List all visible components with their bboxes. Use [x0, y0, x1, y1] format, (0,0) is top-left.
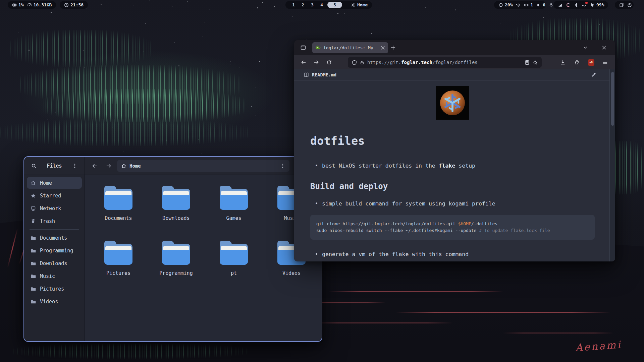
list-all-tabs-button[interactable] [580, 43, 590, 53]
folder-pictures[interactable]: Pictures [90, 240, 147, 295]
notification-wave-indicator[interactable] [582, 3, 587, 7]
app-indicator-indicator[interactable] [566, 3, 571, 7]
files-headerbar-left: Files [24, 157, 85, 175]
files-headerbar: Files Home [24, 157, 322, 175]
network-signal-indicator[interactable] [558, 3, 562, 7]
sidebar-item-label: Programming [40, 248, 73, 254]
wifi-icon [516, 3, 521, 7]
battery-indicator[interactable]: 1 [524, 2, 533, 7]
sidebar-menu-button[interactable] [69, 160, 80, 172]
sidebar-item-music[interactable]: Music [27, 270, 82, 282]
top-status-bar: 1%10.31GB 21:58 12345 Home 20%10 99% [0, 0, 644, 9]
arrow-right-icon [314, 60, 319, 65]
trash-icon [31, 219, 36, 224]
arrow-left-icon [92, 163, 97, 169]
lock-icon[interactable] [360, 60, 364, 65]
scrollbar-track[interactable] [609, 69, 615, 261]
firefox-view-button[interactable] [298, 43, 308, 53]
brightness-indicator[interactable]: 20% [498, 2, 513, 7]
sidebar-item-starred[interactable]: Starred [27, 190, 82, 201]
nav-back-button[interactable] [298, 57, 309, 68]
path-bar[interactable]: Home [117, 160, 289, 172]
system-tray-pill: 99% [553, 1, 608, 9]
firefox-view-icon [300, 45, 306, 51]
sidebar-item-label: Home [40, 180, 52, 186]
hamburger-menu-icon [602, 60, 608, 65]
speaker-indicator[interactable]: 0 [536, 2, 545, 7]
folder-icon [104, 241, 132, 265]
sidebar-item-pictures[interactable]: Pictures [27, 283, 82, 295]
folder-programming[interactable]: Programming [147, 240, 205, 295]
clock-indicator[interactable]: 21:58 [64, 2, 84, 7]
network-signal-icon [558, 3, 562, 7]
code-token-var: $HOME [458, 221, 471, 226]
tracking-shield-icon[interactable] [352, 60, 357, 65]
mode-indicator[interactable]: Home [351, 2, 368, 7]
ublock-origin-button[interactable]: uO [586, 58, 596, 67]
book-icon [304, 72, 309, 77]
cpu-indicator[interactable]: 1% [12, 2, 24, 7]
desktop: Aenami 1%10.31GB 21:58 12345 Home 20%10 … [0, 0, 644, 362]
sidebar-item-documents[interactable]: Documents [27, 232, 82, 244]
aurora-band [10, 30, 151, 67]
edit-pencil-icon[interactable] [591, 72, 596, 77]
kebab-menu-icon[interactable] [280, 163, 285, 169]
wifi-indicator[interactable] [516, 3, 521, 7]
search-button[interactable] [28, 160, 40, 172]
code-token-comment: # To update flake.lock file [479, 228, 550, 233]
downloads-button[interactable] [558, 58, 568, 67]
red-streak [329, 291, 503, 292]
folder-downloads[interactable]: Downloads [147, 185, 205, 240]
back-button[interactable] [89, 160, 100, 172]
folder-icon [31, 261, 36, 266]
folder-label: Downloads [162, 215, 190, 221]
extensions-button[interactable] [572, 58, 582, 67]
page-content: README.md [294, 69, 615, 261]
aurora-band [0, 119, 248, 146]
reader-mode-icon[interactable] [525, 60, 530, 65]
sidebar-item-home[interactable]: Home [27, 177, 82, 189]
gauge-indicator[interactable]: 10.31GB [27, 2, 52, 7]
sidebar-item-programming[interactable]: Programming [27, 245, 82, 256]
scrollbar-thumb[interactable] [611, 72, 614, 126]
power-indicator[interactable] [627, 3, 632, 7]
sidebar-item-trash[interactable]: Trash [27, 215, 82, 227]
clock-pill[interactable]: 21:58 [60, 1, 88, 9]
sidebar-item-downloads[interactable]: Downloads [27, 257, 82, 269]
folder-documents[interactable]: Documents [90, 185, 147, 240]
new-tab-button[interactable] [388, 43, 398, 53]
microphone-indicator[interactable] [549, 3, 553, 7]
aurora-band [44, 89, 245, 122]
folder-icon [31, 235, 36, 241]
window-close-button[interactable] [599, 43, 609, 53]
menu-button[interactable] [600, 58, 610, 67]
folder-pt[interactable]: pt [205, 240, 263, 295]
workspace-5[interactable]: 5 [327, 2, 342, 8]
sidebar-item-label: Downloads [40, 260, 67, 266]
bookmark-star-icon[interactable] [533, 60, 538, 65]
reload-button[interactable] [324, 57, 334, 68]
sidebar-item-videos[interactable]: Videos [27, 296, 82, 307]
power-supply-indicator[interactable]: 99% [590, 2, 604, 7]
bluetooth-indicator[interactable] [574, 3, 579, 7]
forward-button[interactable] [103, 160, 114, 172]
gitea-favicon [315, 45, 321, 50]
folder-icon [162, 186, 190, 210]
url-bar[interactable]: https://git.foglar.tech/foglar/dotfiles [348, 57, 542, 68]
nav-forward-button[interactable] [311, 57, 322, 68]
files-content: DocumentsDownloadsGamesMusicPicturesProg… [85, 175, 322, 341]
clipboard-indicator[interactable] [619, 3, 624, 7]
workspace-3[interactable]: 3 [309, 2, 316, 8]
folder-icon [162, 241, 190, 265]
workspace-2[interactable]: 2 [299, 2, 307, 8]
tab-close-icon[interactable] [381, 46, 385, 50]
workspace-1[interactable]: 1 [290, 2, 297, 8]
readme-filename: README.md [312, 72, 336, 77]
code-line: git clone https://git.foglar.tech/foglar… [316, 221, 589, 227]
sidebar-item-network[interactable]: Network [27, 202, 82, 214]
folder-games[interactable]: Games [205, 185, 263, 240]
tab-title: foglar/dotfiles: My [323, 45, 378, 50]
home-icon [121, 163, 126, 169]
workspace-4[interactable]: 4 [318, 2, 325, 8]
tab-foglar-dotfiles[interactable]: foglar/dotfiles: My [312, 42, 388, 53]
